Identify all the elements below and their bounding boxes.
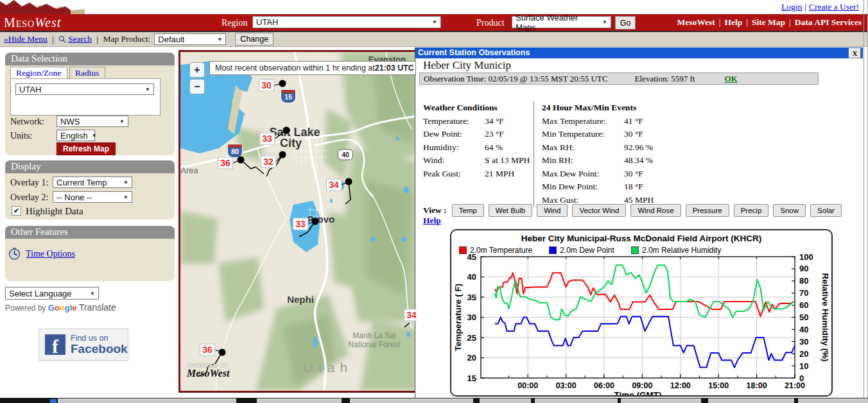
station-marker-label[interactable]: 34 (404, 309, 417, 322)
chevron-down-icon: ▼ (92, 133, 97, 139)
go-button[interactable]: Go (615, 16, 636, 30)
table-row: Peak Gust:21 MPH (423, 167, 534, 181)
station-dot[interactable] (283, 127, 290, 134)
map-zoom-out-button[interactable]: − (189, 79, 205, 94)
refresh-map-button[interactable]: Refresh Map (56, 142, 116, 155)
svg-text:40: 40 (467, 272, 476, 282)
weather-map[interactable]: Salt LakeEvanstonSalt LakeCityAreaProvoN… (178, 50, 417, 393)
station-dot[interactable] (219, 349, 226, 356)
language-select[interactable]: Select Language▼ (5, 287, 99, 300)
table-row: Min RH:48.34 % (542, 154, 669, 167)
max-min-events-title: 24 Hour Max/Min Events (542, 101, 669, 115)
header-nav-data-api-services[interactable]: Data API Services (795, 17, 862, 27)
highlight-data-checkbox[interactable]: ✔ (12, 206, 21, 216)
station-marker-label[interactable]: 30 (259, 80, 274, 92)
table-row: Max RH:92.96 % (542, 141, 669, 155)
taskbar[interactable] (0, 398, 868, 403)
sidebar-region-select[interactable]: UTAH▼ (15, 83, 154, 95)
help-link[interactable]: Help (423, 216, 441, 226)
station-dot[interactable] (312, 218, 319, 225)
taskbar-window-button[interactable] (621, 399, 701, 403)
ok-link[interactable]: OK (724, 74, 737, 84)
row-value: 30 °F (624, 167, 643, 181)
overlay2-value: -- None -- (56, 193, 92, 202)
taskbar-window-button[interactable] (480, 399, 531, 403)
units-select[interactable]: English▼ (56, 130, 95, 141)
station-dot[interactable] (279, 80, 286, 87)
top-strip: Login|Create a User! (0, 0, 868, 14)
panel-titlebar[interactable]: Current Station Observations (415, 47, 863, 58)
row-value: 21 MPH (485, 167, 514, 181)
create-user-link[interactable]: Create a User! (809, 2, 859, 12)
weather-conditions-title: Weather Conditions (423, 101, 534, 115)
station-marker-label[interactable]: 34 (326, 179, 342, 191)
view-button-temp[interactable]: Temp (452, 204, 484, 217)
svg-text:12:00: 12:00 (670, 381, 691, 390)
taskbar-window-button[interactable] (535, 399, 618, 403)
row-label: Humidity: (423, 141, 485, 155)
view-button-precip[interactable]: Precip (734, 204, 769, 217)
taskbar-window-button[interactable] (798, 399, 868, 403)
highlight-data-label: Highlight Data (26, 206, 83, 217)
row-label: Max Temperature: (542, 115, 624, 128)
view-button-wind[interactable]: Wind (537, 204, 568, 217)
taskbar-window-button[interactable] (58, 399, 236, 403)
station-dot[interactable] (279, 151, 286, 159)
row-label: Min RH: (542, 154, 624, 167)
view-button-wet-bulb[interactable]: Wet Bulb (489, 204, 532, 217)
station-dot[interactable] (345, 178, 352, 185)
other-features-header: Other Features (5, 226, 175, 239)
map-info-text: Most recent observation within 1 hr endi… (215, 64, 375, 73)
map-zoom-in-button[interactable]: + (189, 62, 205, 78)
view-button-vector-wind[interactable]: Vector Wind (572, 204, 626, 217)
station-marker-label[interactable]: 32 (261, 156, 276, 168)
station-dot[interactable] (238, 157, 245, 164)
row-label: Wind: (423, 154, 485, 167)
svg-text:21:00: 21:00 (785, 381, 805, 390)
view-button-wind-rose[interactable]: Wind Rose (630, 204, 681, 217)
tab-radius[interactable]: Radius (69, 67, 105, 79)
view-button-solar[interactable]: Solar (810, 204, 842, 217)
product-select[interactable]: Surface Weather Maps▼ (512, 16, 611, 28)
separator: | (789, 17, 791, 27)
svg-text:90: 90 (799, 264, 808, 273)
row-value: 92.96 % (624, 141, 653, 155)
google-logo[interactable]: Google (48, 303, 77, 313)
time-options-link[interactable]: Time Options (26, 249, 75, 259)
taskbar-window-button[interactable] (257, 399, 342, 403)
svg-text:30: 30 (467, 313, 476, 322)
facebook-badge[interactable]: f Find us on Facebook (39, 329, 128, 361)
mesowest-logo[interactable]: MesoWest (4, 15, 61, 30)
row-value: 64 % (485, 141, 503, 155)
facebook-line2: Facebook (71, 342, 128, 356)
taskbar-window-button[interactable] (708, 399, 794, 403)
header-nav-mesowest[interactable]: MesoWest (677, 17, 715, 27)
overlay1-label: Overlay 1: (10, 178, 48, 188)
search-link[interactable]: Search (68, 34, 92, 44)
station-marker-label[interactable]: 33 (293, 218, 308, 230)
logo-meso: Meso (4, 15, 35, 30)
overlay1-select[interactable]: Current Temp▼ (53, 176, 132, 188)
station-marker-label[interactable]: 36 (200, 344, 215, 356)
station-marker-label[interactable]: 33 (259, 133, 275, 145)
header-nav-site-map[interactable]: Site Map (752, 17, 785, 27)
svg-text:18:00: 18:00 (747, 381, 767, 390)
station-marker-label[interactable]: 36 (218, 157, 233, 169)
tab-region-zone[interactable]: Region/Zone (10, 67, 67, 79)
change-button[interactable]: Change (235, 33, 273, 46)
overlay2-select[interactable]: -- None --▼ (53, 191, 132, 203)
taskbar-window-button[interactable] (350, 399, 473, 403)
region-select[interactable]: UTAH▼ (252, 16, 441, 28)
login-link[interactable]: Login (781, 2, 802, 12)
view-button-pressure[interactable]: Pressure (686, 204, 729, 217)
taskbar-icon[interactable] (50, 399, 56, 403)
data-selection-header: Data Selection (5, 53, 175, 65)
view-button-snow[interactable]: Snow (773, 204, 806, 217)
svg-text:45: 45 (467, 252, 476, 262)
map-product-select[interactable]: Default▼ (154, 33, 226, 45)
hide-menu-link[interactable]: «Hide Menu (4, 34, 48, 44)
close-icon[interactable]: X (849, 48, 861, 58)
network-select[interactable]: NWS▼ (56, 116, 128, 127)
header-nav-help[interactable]: Help (724, 17, 742, 27)
window-edge (864, 0, 864, 398)
